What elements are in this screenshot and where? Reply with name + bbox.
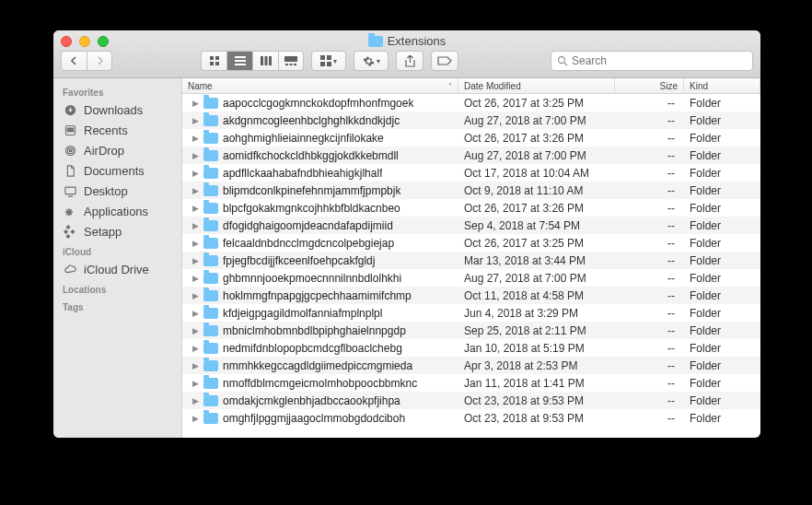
disclosure-triangle-icon[interactable]: ▶: [191, 274, 199, 283]
table-row[interactable]: ▶blipmdconlkpinefehnmjammfjpmpbjkOct 9, …: [182, 182, 760, 199]
disclosure-triangle-icon[interactable]: ▶: [191, 379, 199, 388]
file-date: Oct 23, 2018 at 9:53 PM: [458, 412, 615, 425]
folder-icon: [203, 378, 218, 389]
table-row[interactable]: ▶ghbmnnjooekpmoecnnnilnnbdlolhkhiAug 27,…: [182, 269, 760, 287]
disclosure-triangle-icon[interactable]: ▶: [191, 116, 199, 125]
search-field[interactable]: [551, 51, 753, 71]
disclosure-triangle-icon[interactable]: ▶: [191, 99, 199, 108]
column-header-date[interactable]: Date Modified: [458, 78, 615, 93]
table-row[interactable]: ▶felcaaldnbdncclmgdcncolpebgiejapOct 26,…: [182, 234, 760, 252]
disclosure-triangle-icon[interactable]: ▶: [191, 204, 199, 213]
file-kind: Folder: [684, 202, 760, 215]
svg-rect-15: [327, 55, 331, 60]
applications-icon: [63, 204, 77, 218]
table-row[interactable]: ▶akdgnmcogleenhbclghghlkkdndkjdjcAug 27,…: [182, 112, 760, 129]
file-size: --: [615, 132, 684, 145]
arrange-button[interactable]: ▾: [311, 51, 346, 71]
table-row[interactable]: ▶aomidfkchockcldhbkggjokdkkebmdllAug 27,…: [182, 147, 760, 164]
disclosure-triangle-icon[interactable]: ▶: [191, 309, 199, 318]
icon-view-button[interactable]: [201, 51, 226, 71]
file-size: --: [615, 307, 684, 320]
table-row[interactable]: ▶blpcfgokakmgnkcojhhkbfbldkacnbeoOct 26,…: [182, 199, 760, 217]
list-view-button[interactable]: [226, 51, 252, 71]
minimize-window-button[interactable]: [79, 36, 90, 47]
airdrop-icon: [63, 143, 77, 158]
folder-icon: [203, 395, 218, 406]
sidebar-item-airdrop[interactable]: AirDrop: [53, 140, 181, 160]
sidebar-item-documents[interactable]: Documents: [53, 160, 181, 181]
file-date: Oct 9, 2018 at 11:10 AM: [458, 184, 615, 197]
svg-rect-12: [290, 64, 293, 65]
table-row[interactable]: ▶mbniclmhobmnbdlbpiphghaielnnpgdpSep 25,…: [182, 322, 760, 339]
table-row[interactable]: ▶nmoffdblmcmgeicmolmhobpoocbbmkncJan 11,…: [182, 374, 760, 392]
file-name: blpcfgokakmgnkcojhhkbfbldkacnbeo: [223, 202, 400, 215]
disclosure-triangle-icon[interactable]: ▶: [191, 396, 199, 405]
column-header-size[interactable]: Size: [615, 78, 684, 93]
sidebar-item-setapp[interactable]: Setapp: [53, 221, 181, 241]
disclosure-triangle-icon[interactable]: ▶: [191, 221, 199, 230]
column-header-name[interactable]: Name ˄: [182, 78, 458, 93]
sidebar-item-icloud-drive[interactable]: iCloud Drive: [53, 259, 181, 279]
file-size: --: [615, 289, 684, 302]
disclosure-triangle-icon[interactable]: ▶: [191, 344, 199, 353]
close-window-button[interactable]: [61, 36, 72, 47]
table-row[interactable]: ▶apdfllckaahabafndbhieahigkjlhalfOct 17,…: [182, 164, 760, 182]
file-date: Oct 11, 2018 at 4:58 PM: [458, 289, 615, 302]
file-date: Sep 25, 2018 at 2:11 PM: [458, 324, 615, 337]
table-row[interactable]: ▶kfdjeigpgagildmolfanniafmplnplplJun 4, …: [182, 304, 760, 322]
file-kind: Folder: [684, 359, 760, 372]
forward-button[interactable]: [87, 51, 112, 71]
search-input[interactable]: [572, 54, 747, 67]
folder-icon: [203, 238, 218, 249]
sidebar-item-recents[interactable]: Recents: [53, 120, 181, 140]
disclosure-triangle-icon[interactable]: ▶: [191, 186, 199, 195]
list-view-icon: [235, 56, 246, 65]
disclosure-triangle-icon[interactable]: ▶: [191, 414, 199, 423]
disclosure-triangle-icon[interactable]: ▶: [191, 169, 199, 178]
svg-rect-17: [327, 62, 331, 66]
window-title-text: Extensions: [388, 34, 447, 48]
disclosure-triangle-icon[interactable]: ▶: [191, 134, 199, 143]
action-button[interactable]: ▾: [354, 51, 389, 71]
column-view-button[interactable]: [252, 51, 278, 71]
table-row[interactable]: ▶fpjegfbcdijjfkceenlfoehpcakfgldjMar 13,…: [182, 252, 760, 269]
disclosure-triangle-icon[interactable]: ▶: [191, 151, 199, 160]
table-row[interactable]: ▶omdakjcmkglenbhjadbccaookpfjihpaOct 23,…: [182, 392, 760, 409]
titlebar: Extensions: [53, 30, 760, 78]
column-header-kind[interactable]: Kind: [684, 78, 760, 93]
disclosure-triangle-icon[interactable]: ▶: [191, 291, 199, 300]
sidebar-item-desktop[interactable]: Desktop: [53, 181, 181, 201]
file-kind: Folder: [684, 149, 760, 162]
table-row[interactable]: ▶dfogidghaigoomjdeacndafapdijmiidSep 4, …: [182, 217, 760, 234]
disclosure-triangle-icon[interactable]: ▶: [191, 239, 199, 248]
sidebar-item-label: Recents: [84, 123, 128, 137]
table-row[interactable]: ▶hoklmmgfnpapgjgcpechhaamimifchmpOct 11,…: [182, 287, 760, 304]
file-name: aapocclcgogkmnckokdopfmhonfmgoek: [223, 97, 413, 110]
svg-rect-22: [67, 128, 73, 129]
nav-buttons: [61, 51, 112, 71]
zoom-window-button[interactable]: [98, 36, 109, 47]
table-row[interactable]: ▶nmmhkkegccagdldgiimedpiccmgmiedaApr 3, …: [182, 357, 760, 374]
sidebar-item-label: Setapp: [84, 225, 122, 239]
file-date: Oct 23, 2018 at 9:53 PM: [458, 394, 615, 407]
file-size: --: [615, 272, 684, 285]
file-date: Oct 26, 2017 at 3:26 PM: [458, 202, 615, 215]
tags-button[interactable]: [431, 51, 458, 71]
table-row[interactable]: ▶nedmifdnblopopbcmdcgflboaclchebgJan 10,…: [182, 339, 760, 357]
table-row[interactable]: ▶aapocclcgogkmnckokdopfmhonfmgoekOct 26,…: [182, 94, 760, 112]
sidebar-item-downloads[interactable]: Downloads: [53, 100, 181, 120]
disclosure-triangle-icon[interactable]: ▶: [191, 326, 199, 335]
file-kind: Folder: [684, 342, 760, 355]
disclosure-triangle-icon[interactable]: ▶: [191, 361, 199, 370]
file-name: akdgnmcogleenhbclghghlkkdndkjdjc: [223, 114, 400, 127]
file-kind: Folder: [684, 289, 760, 302]
sidebar-item-applications[interactable]: Applications: [53, 201, 181, 221]
back-button[interactable]: [61, 51, 87, 71]
gallery-view-button[interactable]: [278, 51, 304, 71]
disclosure-triangle-icon[interactable]: ▶: [191, 256, 199, 265]
file-size: --: [615, 254, 684, 267]
file-name: fpjegfbcdijjfkceenlfoehpcakfgldj: [223, 254, 375, 267]
table-row[interactable]: ▶omghfjlpggmjjaagoclmmobgdodcibohOct 23,…: [182, 409, 760, 427]
table-row[interactable]: ▶aohghmighlieiainnegkcijnfilokakeOct 26,…: [182, 129, 760, 147]
share-button[interactable]: [396, 51, 423, 71]
